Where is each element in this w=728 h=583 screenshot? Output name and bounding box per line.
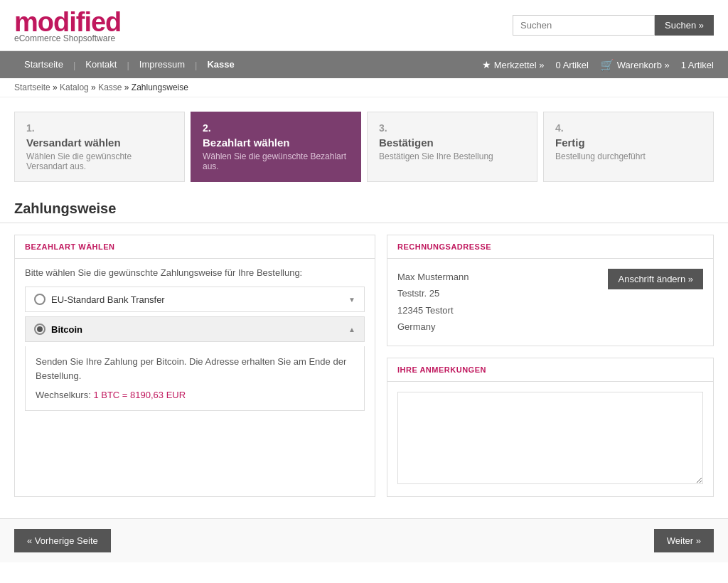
radio-bitcoin-inner bbox=[37, 326, 43, 332]
cart-label: Warenkorb » bbox=[617, 60, 670, 70]
cart-icon: 🛒 bbox=[600, 58, 614, 72]
step-4-desc: Bestellung durchgeführt bbox=[555, 151, 702, 161]
navbar: Startseite | Kontakt | Impressum | Kasse… bbox=[0, 51, 728, 78]
breadcrumb-katalog[interactable]: Katalog bbox=[60, 82, 89, 92]
billing-box-header: RECHNUNGSADRESSE bbox=[387, 235, 713, 259]
left-panel-title: BEZAHLART WÄHLEN bbox=[25, 242, 365, 251]
step-2-number: 2. bbox=[203, 122, 349, 134]
breadcrumb-startseite[interactable]: Startseite bbox=[14, 82, 50, 92]
step-3-number: 3. bbox=[379, 122, 525, 134]
breadcrumb-sep-2: » bbox=[91, 82, 98, 92]
payment-desc: Bitte wählen Sie die gewünschte Zahlungs… bbox=[25, 267, 365, 278]
radio-bank bbox=[34, 294, 46, 305]
left-panel-header: BEZAHLART WÄHLEN bbox=[15, 235, 375, 259]
address-country: Germany bbox=[397, 319, 469, 335]
search-button[interactable]: Suchen » bbox=[655, 15, 714, 36]
step-2-desc: Wählen Sie die gewünschte Bezahlart aus. bbox=[203, 151, 349, 171]
prev-button[interactable]: « Vorherige Seite bbox=[14, 529, 111, 552]
checkout-steps: 1. Versandart wählen Wählen Sie die gewü… bbox=[0, 97, 728, 189]
header: modified eCommerce Shopsoftware Suchen » bbox=[0, 0, 728, 51]
change-address-button[interactable]: Anschrift ändern » bbox=[608, 269, 703, 289]
step-4: 4. Fertig Bestellung durchgeführt bbox=[543, 112, 714, 182]
bitcoin-details: Senden Sie Ihre Zahlung per Bitcoin. Die… bbox=[25, 346, 365, 411]
notes-title: IHRE ANMERKUNGEN bbox=[397, 365, 703, 374]
notes-textarea[interactable] bbox=[397, 392, 703, 484]
step-1: 1. Versandart wählen Wählen Sie die gewü… bbox=[14, 112, 185, 182]
arrow-up-icon: ▲ bbox=[348, 326, 355, 333]
breadcrumb: Startseite » Katalog » Kasse » Zahlungsw… bbox=[0, 78, 728, 97]
breadcrumb-kasse[interactable]: Kasse bbox=[98, 82, 122, 92]
breadcrumb-sep-3: » bbox=[124, 82, 132, 92]
address-name: Max Mustermann bbox=[397, 269, 469, 285]
breadcrumb-sep-1: » bbox=[53, 82, 60, 92]
payment-option-bitcoin[interactable]: Bitcoin ▲ bbox=[25, 316, 365, 342]
payment-option-bitcoin-left: Bitcoin bbox=[34, 323, 82, 335]
wishlist-nav[interactable]: ★ Merkzettel » bbox=[482, 59, 545, 70]
radio-bitcoin bbox=[34, 323, 46, 335]
navbar-right: ★ Merkzettel » 0 Artikel 🛒 Warenkorb » 1… bbox=[482, 58, 714, 72]
notes-box: IHRE ANMERKUNGEN bbox=[387, 358, 714, 497]
page-title: Zahlungsweise bbox=[0, 189, 728, 223]
left-panel: BEZAHLART WÄHLEN Bitte wählen Sie die ge… bbox=[14, 235, 375, 497]
notes-box-body bbox=[387, 382, 713, 496]
step-2: 2. Bezahlart wählen Wählen Sie die gewün… bbox=[191, 112, 361, 182]
nav-item-startseite[interactable]: Startseite bbox=[14, 51, 73, 78]
exchange-prefix: Wechselkurs: bbox=[36, 390, 93, 400]
next-button[interactable]: Weiter » bbox=[654, 529, 714, 552]
exchange-value: 1 BTC = 8190,63 EUR bbox=[93, 390, 186, 400]
billing-title: RECHNUNGSADRESSE bbox=[397, 242, 703, 251]
right-panel: RECHNUNGSADRESSE Max Mustermann Teststr.… bbox=[387, 235, 714, 497]
payment-option-bank[interactable]: EU-Standard Bank Transfer ▼ bbox=[25, 287, 365, 312]
step-1-title: Versandart wählen bbox=[26, 137, 173, 149]
nav-item-kontakt[interactable]: Kontakt bbox=[75, 51, 127, 78]
address-zip-city: 12345 Testort bbox=[397, 302, 469, 319]
billing-box: RECHNUNGSADRESSE Max Mustermann Teststr.… bbox=[387, 235, 714, 346]
address-street: Teststr. 25 bbox=[397, 285, 469, 301]
billing-box-body: Max Mustermann Teststr. 25 12345 Testort… bbox=[387, 259, 713, 346]
address-text: Max Mustermann Teststr. 25 12345 Testort… bbox=[397, 269, 469, 336]
search-input[interactable] bbox=[513, 15, 655, 36]
notes-box-header: IHRE ANMERKUNGEN bbox=[387, 358, 713, 382]
step-1-number: 1. bbox=[26, 122, 173, 134]
wishlist-label: Merkzettel » bbox=[494, 60, 545, 70]
step-3-title: Bestätigen bbox=[379, 137, 525, 149]
step-3-desc: Bestätigen Sie Ihre Bestellung bbox=[379, 151, 525, 161]
step-4-number: 4. bbox=[555, 122, 702, 134]
logo: modified eCommerce Shopsoftware bbox=[14, 7, 121, 43]
step-1-desc: Wählen Sie die gewünschte Versandart aus… bbox=[26, 151, 173, 171]
wishlist-count: 0 Artikel bbox=[556, 60, 589, 70]
exchange-rate: Wechselkurs: 1 BTC = 8190,63 EUR bbox=[36, 390, 354, 400]
address-section: Max Mustermann Teststr. 25 12345 Testort… bbox=[397, 269, 703, 336]
step-4-title: Fertig bbox=[555, 137, 702, 149]
bitcoin-desc: Senden Sie Ihre Zahlung per Bitcoin. Die… bbox=[36, 355, 354, 383]
payment-label-bitcoin: Bitcoin bbox=[51, 324, 82, 335]
main-content: BEZAHLART WÄHLEN Bitte wählen Sie die ge… bbox=[0, 235, 728, 511]
star-icon: ★ bbox=[482, 59, 491, 70]
breadcrumb-current: Zahlungsweise bbox=[132, 82, 188, 92]
header-search: Suchen » bbox=[513, 15, 714, 36]
payment-option-bank-left: EU-Standard Bank Transfer bbox=[34, 294, 165, 305]
nav-item-impressum[interactable]: Impressum bbox=[129, 51, 195, 78]
cart-nav[interactable]: 🛒 Warenkorb » bbox=[600, 58, 670, 72]
left-panel-body: Bitte wählen Sie die gewünschte Zahlungs… bbox=[15, 259, 375, 424]
cart-count: 1 Artikel bbox=[681, 60, 714, 70]
logo-sub: eCommerce Shopsoftware bbox=[14, 33, 121, 43]
arrow-down-icon: ▼ bbox=[348, 296, 355, 304]
footer-bar: « Vorherige Seite Weiter » bbox=[0, 518, 728, 562]
step-2-title: Bezahlart wählen bbox=[203, 137, 349, 149]
step-3: 3. Bestätigen Bestätigen Sie Ihre Bestel… bbox=[367, 112, 537, 182]
payment-label-bank: EU-Standard Bank Transfer bbox=[51, 294, 165, 305]
nav-item-kasse[interactable]: Kasse bbox=[197, 51, 244, 78]
navbar-left: Startseite | Kontakt | Impressum | Kasse bbox=[14, 51, 245, 78]
